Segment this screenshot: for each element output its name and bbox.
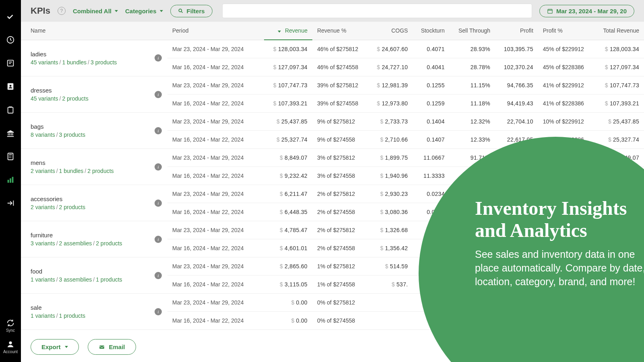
info-icon[interactable]: i <box>155 308 162 315</box>
col-cogs[interactable]: COGS <box>368 22 413 40</box>
info-icon[interactable]: i <box>155 163 162 171</box>
categories-dropdown[interactable]: Categories <box>125 8 163 14</box>
sublink[interactable]: 2 products <box>87 168 114 174</box>
sublink[interactable]: 3 products <box>59 132 85 138</box>
cell: $107,393.21 <box>594 95 644 113</box>
col-total-revenue[interactable]: Total Revenue <box>594 22 644 40</box>
info-icon[interactable]: i <box>155 236 162 243</box>
cell: 0.1404 <box>413 113 449 131</box>
sublink[interactable]: 2 products <box>59 204 85 210</box>
cell: $1,899.75 <box>368 149 413 167</box>
cell: $127,097.34 <box>594 58 644 76</box>
cell: $6,448.35 <box>264 203 312 221</box>
col-profit-pct[interactable]: Profit % <box>538 22 594 40</box>
category-name[interactable]: ladies <box>31 51 145 58</box>
sublink[interactable]: 2 products <box>62 95 88 102</box>
sublink[interactable]: 2 variants <box>31 204 55 210</box>
info-cell: i <box>150 149 167 185</box>
row-name-cell: furniture3 variants/2 assemblies/2 produ… <box>21 221 150 257</box>
svg-point-9 <box>9 341 12 344</box>
nav-home-icon[interactable] <box>0 5 21 28</box>
cell: $128,003.34 <box>264 40 312 58</box>
info-cell: i <box>150 76 167 113</box>
cell: Mar 16, 2024 - Mar 22, 2024 <box>167 203 264 221</box>
nav-collapse-icon[interactable] <box>0 191 21 215</box>
cell: Mar 16, 2024 - Mar 22, 2024 <box>167 167 264 185</box>
info-icon[interactable]: i <box>155 127 162 134</box>
col-revenue-pct[interactable]: Revenue % <box>312 22 368 40</box>
category-name[interactable]: food <box>31 268 145 275</box>
category-name[interactable]: furniture <box>31 232 145 239</box>
svg-rect-11 <box>548 9 552 13</box>
sublinks: 8 variants/3 products <box>31 132 145 138</box>
cell: $1,940.96 <box>368 167 413 185</box>
sublink[interactable]: 8 variants <box>31 132 55 138</box>
cell: 0.4041 <box>413 58 449 76</box>
sublink[interactable]: 2 products <box>96 240 122 247</box>
category-name[interactable]: accessories <box>31 195 145 202</box>
col-sell-through[interactable]: Sell Through <box>450 22 495 40</box>
cell: 103,395.75 <box>495 40 538 58</box>
sublink[interactable]: 1 bundles <box>59 168 84 174</box>
cell: 39% of $274558 <box>312 95 368 113</box>
sublink[interactable]: 3 products <box>91 59 117 66</box>
row-name-cell: food1 variants/3 assemblies/1 products <box>21 257 150 294</box>
table-row: ladies45 variants/1 bundles/3 productsiM… <box>21 40 644 58</box>
nav-orders-icon[interactable] <box>0 51 21 75</box>
cell: 12.32% <box>450 113 495 131</box>
sublink[interactable]: 1 products <box>96 276 122 283</box>
combined-dropdown[interactable]: Combined All <box>73 8 118 14</box>
sublink[interactable]: 45 variants <box>31 95 58 102</box>
col-stockturn[interactable]: Stockturn <box>413 22 449 40</box>
category-name[interactable]: sale <box>31 304 145 311</box>
account-label: Account <box>3 350 18 354</box>
cell: 0% of $274558 <box>312 312 368 330</box>
export-button[interactable]: Export <box>31 339 79 355</box>
sublink[interactable]: 1 products <box>59 313 85 319</box>
info-icon[interactable]: i <box>155 200 162 207</box>
info-icon[interactable]: i <box>155 272 162 279</box>
col-profit[interactable]: Profit <box>495 22 538 40</box>
category-name[interactable]: mens <box>31 159 145 166</box>
cell <box>368 294 413 312</box>
cell: $4,785.47 <box>264 221 312 239</box>
sublink[interactable]: 3 variants <box>31 240 55 247</box>
cell: 11.18% <box>450 95 495 113</box>
nav-time-icon[interactable] <box>0 28 21 51</box>
info-cell: i <box>150 257 167 294</box>
col-period[interactable]: Period <box>167 22 264 40</box>
svg-rect-8 <box>12 177 14 183</box>
sublink[interactable]: 2 variants <box>31 168 55 174</box>
nav-bank-icon[interactable] <box>0 121 21 145</box>
date-range-button[interactable]: Mar 23, 2024 - Mar 29, 20 <box>539 5 634 17</box>
sublink[interactable]: 2 assemblies <box>59 240 92 247</box>
help-icon[interactable]: ? <box>58 7 66 15</box>
cell: 2% of $274558 <box>312 203 368 221</box>
cell: 1% of $275812 <box>312 257 368 276</box>
cell: Mar 23, 2024 - Mar 29, 2024 <box>167 76 264 95</box>
sublink[interactable]: 3 assemblies <box>59 276 92 283</box>
nav-reports-icon[interactable] <box>0 168 21 191</box>
category-name[interactable]: bags <box>31 123 145 130</box>
info-icon[interactable]: i <box>155 91 162 98</box>
search-input[interactable] <box>222 4 532 18</box>
caret-down-icon <box>160 10 163 12</box>
col-revenue[interactable]: Revenue <box>264 22 312 40</box>
nav-calc-icon[interactable] <box>0 145 21 168</box>
email-button[interactable]: Email <box>88 339 136 355</box>
sublink[interactable]: 1 variants <box>31 276 55 283</box>
sublink[interactable]: 45 variants <box>31 59 58 66</box>
nav-contacts-icon[interactable] <box>0 75 21 98</box>
cell: 9% of $275812 <box>312 113 368 131</box>
filters-button[interactable]: Filters <box>170 5 213 17</box>
nav-clipboard-icon[interactable] <box>0 98 21 121</box>
sublink[interactable]: 1 variants <box>31 313 55 319</box>
category-name[interactable]: dresses <box>31 87 145 94</box>
sublink[interactable]: 1 bundles <box>62 59 87 66</box>
col-name[interactable]: Name <box>21 22 167 40</box>
info-icon[interactable]: i <box>155 54 162 62</box>
svg-rect-6 <box>8 180 9 183</box>
cell: $107,747.73 <box>594 76 644 95</box>
cell: $24,727.10 <box>368 58 413 76</box>
cell: 0.1259 <box>413 95 449 113</box>
